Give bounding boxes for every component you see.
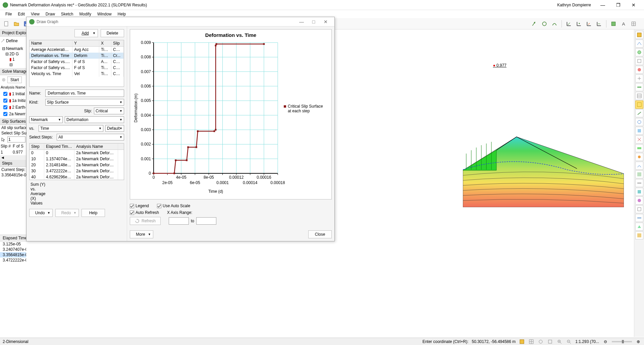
rt-icon-8[interactable] [635, 92, 643, 100]
menu-draw[interactable]: Draw [43, 11, 58, 17]
add-button[interactable]: Add▼ [74, 29, 98, 37]
autorefresh-checkbox[interactable]: Auto Refresh [130, 210, 159, 215]
rt-icon-5[interactable] [635, 66, 643, 74]
zoom-plus-icon[interactable]: ⊕ [635, 339, 641, 345]
col-name[interactable]: Name [30, 40, 72, 46]
h-scrollbar[interactable]: ◄ [0, 155, 26, 160]
analysis-item[interactable]: ▮2 Earthq [1, 104, 25, 111]
autoscale-checkbox[interactable]: Use Auto Scale [157, 204, 190, 208]
rt-icon-7[interactable] [635, 83, 643, 91]
new-icon[interactable] [2, 19, 11, 28]
col-y[interactable]: Y [72, 40, 99, 46]
rt-icon-10[interactable] [635, 118, 643, 126]
rt-icon-22[interactable] [635, 223, 643, 231]
default-select[interactable]: Default▼ [105, 125, 124, 132]
graph-row[interactable]: Factor of Safety vs. Aver...F of SAvg...… [30, 59, 124, 65]
more-button[interactable]: More▼ [130, 230, 153, 238]
step-row[interactable]: 002a Newmark Deformation [30, 150, 124, 156]
sb-grid-icon[interactable] [528, 339, 534, 345]
col-slip[interactable]: Slip [111, 40, 123, 46]
rt-icon-2[interactable] [635, 40, 643, 48]
cursor-icon[interactable] [1, 137, 6, 142]
rt-icon-12[interactable] [635, 135, 643, 143]
col-aname[interactable]: Analysis Name [74, 143, 118, 150]
tool-arrow-icon[interactable] [530, 19, 539, 28]
rt-icon-21[interactable] [635, 214, 643, 222]
rt-icon-11[interactable] [635, 127, 643, 135]
step-row[interactable]: 303.4722222e-062a Newmark Deformation [30, 168, 124, 174]
kind-select[interactable]: Slip Surface▼ [45, 99, 124, 106]
zoom-minus-icon[interactable]: ⊖ [602, 339, 608, 345]
xrange-from-input[interactable] [169, 217, 189, 225]
tool-axis1-icon[interactable] [565, 19, 573, 28]
rt-icon-13[interactable] [635, 144, 643, 152]
menu-window[interactable]: Window [95, 11, 114, 17]
graph-row[interactable]: Velocity vs. TimeVelTimeCu... [30, 71, 124, 77]
zoom-slider[interactable] [612, 341, 632, 342]
tool-grid-icon[interactable] [629, 19, 638, 28]
sum-avg-checkbox[interactable]: Sum (Y) vs. Average (X) Values [29, 182, 43, 206]
rt-icon-23[interactable] [635, 231, 643, 239]
rt-icon-selected[interactable] [635, 101, 643, 109]
tool-region-icon[interactable] [609, 19, 618, 28]
rt-icon-1[interactable] [635, 31, 643, 39]
tool-axis2-icon[interactable] [575, 19, 583, 28]
rt-icon-20[interactable] [635, 205, 643, 213]
close-dialog-button[interactable]: Close [308, 230, 332, 238]
tree-item[interactable]: ⊟ [1, 62, 25, 67]
maximize-button[interactable]: ❐ [610, 0, 626, 10]
dialog-minimize-button[interactable]: — [296, 19, 308, 24]
tool-a-icon[interactable]: A [619, 19, 628, 28]
tool-arc-icon[interactable] [550, 19, 559, 28]
step-row[interactable]: 101.1574074e-062a Newmark Deformation [30, 156, 124, 162]
menu-modify[interactable]: Modify [77, 11, 94, 17]
zoom-in-icon[interactable] [556, 339, 562, 345]
open-icon[interactable] [12, 19, 21, 28]
col-elapsed[interactable]: Elapsed Time (d) [44, 143, 74, 150]
graph-row[interactable]: Factor of Safety vs. TimeF of STimeCu... [30, 65, 124, 71]
tree-item[interactable]: ▮1 [1, 57, 25, 62]
zoom-out-icon[interactable] [566, 339, 572, 345]
tool-axis3-icon[interactable] [585, 19, 593, 28]
dialog-maximize-button[interactable]: □ [308, 19, 320, 24]
graph-row[interactable]: Deformation vs. TimeDeformTimeCr... [30, 53, 124, 59]
minimize-button[interactable]: — [595, 0, 610, 10]
rt-icon-4[interactable] [635, 57, 643, 65]
rt-icon-6[interactable] [635, 74, 643, 82]
sb-snap-icon[interactable] [538, 339, 544, 345]
vs-select[interactable]: Time▼ [39, 125, 103, 132]
rt-icon-19[interactable] [635, 196, 643, 205]
rt-icon-15[interactable] [635, 162, 643, 170]
menu-edit[interactable]: Edit [15, 11, 28, 17]
rt-icon-14[interactable] [635, 153, 643, 161]
start-button[interactable]: Start [7, 76, 22, 83]
xrange-to-input[interactable] [196, 217, 216, 225]
col-step[interactable]: Step [30, 143, 44, 150]
rt-icon-16[interactable] [635, 170, 643, 178]
graph-list[interactable]: Name Y X Slip Average Acceleration vs...… [29, 40, 124, 87]
graph-row[interactable]: Average Acceleration vs....Avg AccTimeCu… [30, 47, 124, 53]
tree-item[interactable]: ⊟2D G [1, 51, 25, 57]
step-row[interactable]: 404.6296296e-062a Newmark Deformation [30, 174, 124, 180]
help-button[interactable]: Help [82, 209, 105, 217]
define-label[interactable]: Define [6, 39, 18, 43]
name-input[interactable] [45, 90, 124, 97]
analysis-item[interactable]: 2a Newm [1, 111, 25, 117]
slip-select[interactable]: Critical▼ [94, 108, 124, 114]
tool-circle-icon[interactable] [540, 19, 549, 28]
redo-button[interactable]: Redo▼ [55, 209, 79, 217]
undo-button[interactable]: Undo▼ [29, 209, 53, 217]
tree-item[interactable]: ⊟Newmark [1, 46, 25, 51]
analysis-item[interactable]: ▮1 Initial S [1, 91, 25, 97]
delete-button[interactable]: Delete [101, 29, 124, 37]
tool-axis4-icon[interactable] [595, 19, 603, 28]
rt-icon-17[interactable] [635, 179, 643, 187]
sb-icon-1[interactable] [519, 339, 525, 345]
close-button[interactable]: ✕ [626, 0, 641, 10]
dialog-close-button[interactable]: ✕ [320, 19, 332, 24]
rt-icon-9[interactable] [635, 109, 643, 117]
zoom-fit-icon[interactable] [547, 339, 553, 345]
menu-help[interactable]: Help [115, 11, 129, 17]
menu-file[interactable]: File [3, 11, 14, 17]
legend-checkbox[interactable]: Legend [130, 204, 149, 208]
